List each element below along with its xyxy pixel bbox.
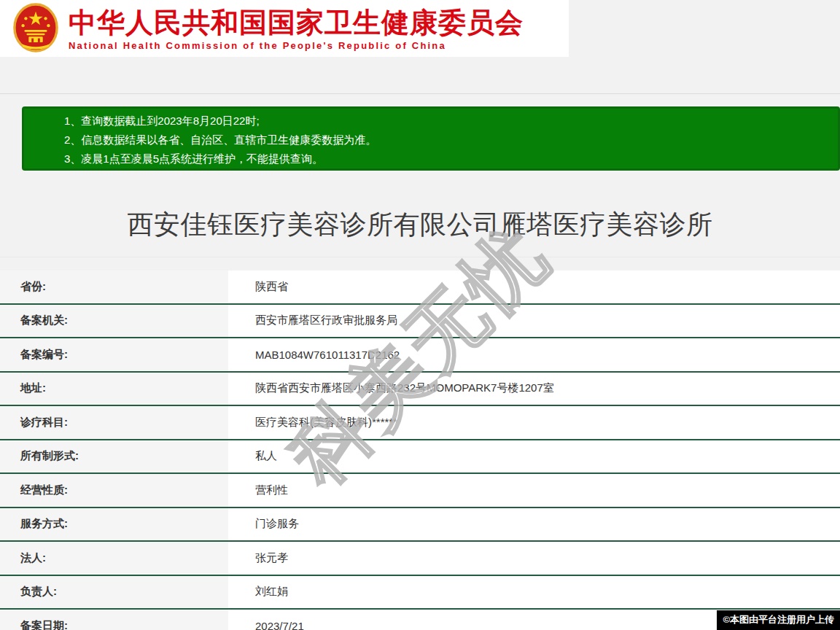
medical-institution-record-page: 中华人民共和国国家卫生健康委员会 National Health Commiss… [0,0,840,630]
row-label: 诊疗科目: [0,406,228,439]
notice-line-2: 2、信息数据结果以各省、自治区、直辖市卫生健康委数据为准。 [64,131,831,149]
row-value: 张元孝 [228,542,840,575]
table-row-service-mode: 服务方式: 门诊服务 [0,508,840,542]
row-value: 门诊服务 [228,508,840,541]
site-header: 中华人民共和国国家卫生健康委员会 National Health Commiss… [0,0,569,57]
table-row-record-date: 备案日期: 2023/7/21 [0,610,840,630]
table-row-person-in-charge: 负责人: 刘红娟 [0,576,840,610]
row-value: 医疗美容科(美容皮肤科)****** [228,406,840,439]
query-notice-box: 1、查询数据截止到2023年8月20日22时; 2、信息数据结果以各省、自治区、… [22,106,840,171]
row-value: 营利性 [228,474,840,507]
row-value: MAB1084W761011317D2162 [228,338,840,371]
china-national-emblem-icon [13,3,58,54]
table-row-province: 省份: 陕西省 [0,271,840,305]
notice-line-1: 1、查询数据截止到2023年8月20日22时; [64,112,831,131]
row-label: 经营性质: [0,474,228,507]
table-row-record-authority: 备案机关: 西安市雁塔区行政审批服务局 [0,305,840,339]
uploaded-by-user-badge: ©本图由平台注册用户上传 [717,610,840,630]
row-value: 刘红娟 [228,576,840,609]
row-value: 陕西省西安市雁塔区小寨西路232号MOMOPARK7号楼1207室 [228,373,840,405]
record-info-table: 省份: 陕西省 备案机关: 西安市雁塔区行政审批服务局 备案编号: MAB108… [0,271,840,630]
row-label: 备案机关: [0,305,228,338]
commission-title-en: National Health Commission of the People… [69,40,524,51]
header-divider [0,93,840,94]
table-row-address: 地址: 陕西省西安市雁塔区小寨西路232号MOMOPARK7号楼1207室 [0,373,840,407]
row-label: 备案编号: [0,338,228,371]
table-row-clinical-subjects: 诊疗科目: 医疗美容科(美容皮肤科)****** [0,406,840,440]
notice-line-3: 3、凌晨1点至凌晨5点系统进行维护，不能提供查询。 [64,149,831,168]
row-label: 负责人: [0,576,228,609]
row-value: 西安市雁塔区行政审批服务局 [228,305,840,338]
section-divider [0,257,840,257]
commission-title-zh: 中华人民共和国国家卫生健康委员会 [69,7,524,39]
row-label: 服务方式: [0,508,228,541]
row-label: 所有制形式: [0,440,228,473]
table-row-ownership-form: 所有制形式: 私人 [0,440,840,475]
row-label: 省份: [0,271,228,303]
row-label: 地址: [0,373,228,405]
table-row-legal-person: 法人: 张元孝 [0,542,840,576]
table-row-record-number: 备案编号: MAB1084W761011317D2162 [0,338,840,373]
row-value: 陕西省 [228,271,840,303]
row-value: 私人 [228,440,840,473]
row-label: 法人: [0,542,228,575]
header-titles: 中华人民共和国国家卫生健康委员会 National Health Commiss… [69,7,524,51]
institution-name-title: 西安佳钰医疗美容诊所有限公司雁塔医疗美容诊所 [0,207,840,243]
table-row-business-nature: 经营性质: 营利性 [0,474,840,508]
row-label: 备案日期: [0,610,228,630]
